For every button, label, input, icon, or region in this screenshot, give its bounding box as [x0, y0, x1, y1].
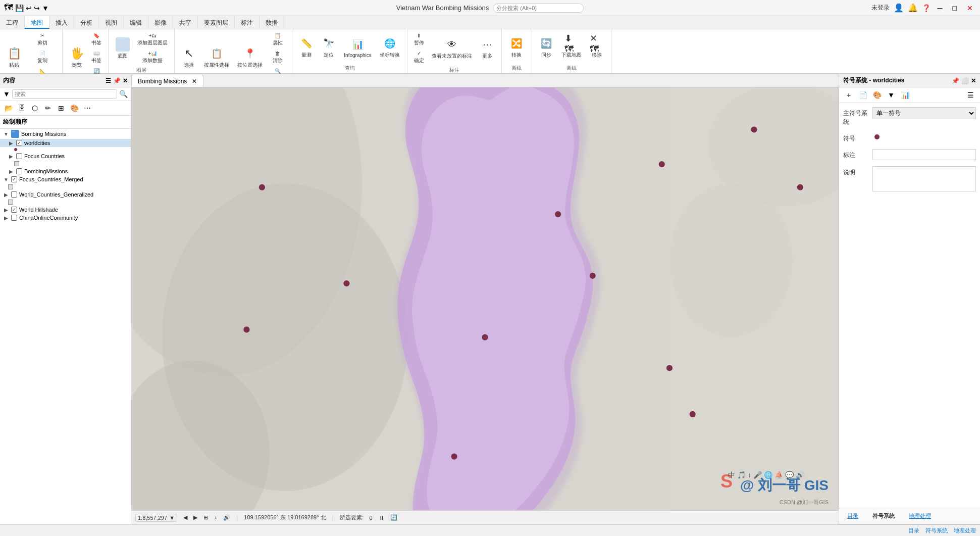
tab-analysis[interactable]: 分析 — [74, 16, 99, 29]
download-map-button[interactable]: ⬇🗺 下载地图 — [558, 31, 585, 64]
tab-feature-layer[interactable]: 要素图层 — [198, 16, 235, 29]
tab-imagery[interactable]: 影像 — [148, 16, 173, 29]
layer-checkbox-bombing-missions-layer[interactable] — [16, 168, 22, 174]
global-search-input[interactable] — [493, 4, 584, 13]
layer-item-china-online-community[interactable]: ▶ ChinaOnlineCommunity — [0, 214, 131, 222]
symbol-dot-preview[interactable] — [874, 134, 880, 139]
audio-icon[interactable]: 🔊 — [223, 514, 230, 521]
tab-data[interactable]: 数据 — [260, 16, 284, 29]
more-layers-icon[interactable]: ⋯ — [82, 103, 93, 114]
expand-icon[interactable]: ▶ — [3, 207, 9, 213]
tab-insert[interactable]: 插入 — [49, 16, 74, 29]
minimize-btn[interactable]: ─ — [935, 4, 946, 12]
tab-project[interactable]: 工程 — [0, 16, 25, 29]
layer-item-worldcities[interactable]: ▶ ✓ worldcities — [0, 139, 131, 147]
sym-copy-icon[interactable]: 📄 — [857, 89, 868, 101]
layer-item-bombing-missions-group[interactable]: ▼ Bombing Missions — [0, 129, 131, 139]
panel-float-icon[interactable]: ⬜ — [961, 77, 969, 84]
panel-pin-icon[interactable]: 📌 — [113, 77, 121, 84]
layer-item-world-countries-generalized[interactable]: ▶ World_Countries_Generalized — [0, 190, 131, 199]
layer-checkbox-focus-countries-merged[interactable]: ✓ — [11, 176, 17, 182]
search-icon[interactable]: 🔍 — [119, 90, 128, 98]
group-layers-icon[interactable]: ⊞ — [56, 103, 67, 114]
status-right-symbol[interactable]: 符号系统 — [925, 527, 948, 534]
locate-button[interactable]: 🔭 定位 — [319, 31, 339, 64]
status-right-catalog[interactable]: 目录 — [908, 527, 919, 534]
layer-item-focus-countries-merged[interactable]: ▼ ✓ Focus_Countries_Merged — [0, 175, 131, 183]
expand-icon[interactable]: ▼ — [3, 131, 9, 137]
select-by-loc-button[interactable]: 📍 按位置选择 — [234, 41, 266, 74]
remove-button[interactable]: ✕🗺 移除 — [587, 31, 607, 64]
layer-checkbox-world-countries-generalized[interactable] — [11, 191, 17, 198]
layer-item-world-hillshade[interactable]: ▶ ✓ World Hillshade — [0, 206, 131, 214]
expand-icon[interactable]: ▼ — [3, 176, 9, 182]
maximize-btn[interactable]: □ — [950, 4, 960, 12]
browse-button[interactable]: 🖐 浏览 — [67, 41, 87, 74]
view-unplaced-button[interactable]: 👁 查看未放置的标注 — [429, 32, 475, 65]
layer-checkbox-focus-countries[interactable] — [16, 153, 22, 159]
more-icon[interactable]: ▼ — [42, 4, 49, 12]
layer-checkbox-worldcities[interactable]: ✓ — [16, 140, 22, 146]
database-icon[interactable]: 🗄 — [16, 103, 27, 114]
layer-search-input[interactable] — [12, 89, 117, 99]
description-input[interactable] — [872, 166, 976, 191]
tab-share[interactable]: 共享 — [173, 16, 198, 29]
zoom-to-layer-icon[interactable]: + — [214, 515, 217, 521]
copy-button[interactable]: 📄 复制 — [26, 49, 58, 66]
pause-icon-status[interactable]: ⏸ — [379, 515, 384, 521]
style-layers-icon[interactable]: 🎨 — [69, 103, 80, 114]
tab-labeling[interactable]: 标注 — [235, 16, 260, 29]
clear-button[interactable]: 🗑 清除 — [268, 49, 288, 66]
right-tab-catalog[interactable]: 目录 — [843, 510, 862, 522]
edit-layers-icon[interactable]: ✏ — [42, 103, 54, 114]
scale-selector[interactable]: 1:8,557,297 ▼ — [135, 514, 177, 522]
layer-item-bombing-missions-layer[interactable]: ▶ BombingMissions — [0, 167, 131, 175]
sym-table-icon[interactable]: 📊 — [900, 89, 911, 101]
nav-left-icon[interactable]: ◀ — [183, 514, 187, 521]
paste-button[interactable]: 📋 粘贴 — [4, 41, 24, 74]
expand-icon[interactable]: ▶ — [8, 140, 14, 146]
expand-icon[interactable]: ▶ — [8, 168, 14, 174]
user-icon[interactable]: 👤 — [894, 3, 904, 13]
bookmark-button[interactable]: 🔖 书签 — [89, 31, 104, 48]
zoom-full-icon[interactable]: ⊞ — [203, 514, 208, 521]
sym-menu-icon[interactable]: ☰ — [965, 89, 976, 101]
filter-layers-icon[interactable]: ⬡ — [29, 103, 40, 114]
sym-filter-icon[interactable]: ▼ — [886, 89, 897, 101]
map-tab-bombing-missions[interactable]: Bombing Missions ✕ — [131, 75, 203, 87]
select-button[interactable]: ↖ 选择 — [179, 41, 199, 74]
sym-color-icon[interactable]: 🎨 — [871, 89, 883, 101]
symbol-type-select[interactable]: 单一符号 — [872, 107, 976, 119]
sym-add-icon[interactable]: + — [843, 89, 854, 101]
attributes-button[interactable]: 📋 属性 — [268, 31, 288, 48]
right-tab-symbol-system[interactable]: 符号系统 — [868, 510, 899, 522]
notification-icon[interactable]: 🔔 — [908, 3, 918, 13]
undo-icon[interactable]: ↩ — [26, 4, 32, 12]
panel-close-icon[interactable]: ✕ — [123, 77, 128, 84]
pause-button[interactable]: ⏸ 暂停 — [411, 31, 427, 48]
basemap-button[interactable]: 底图 — [113, 32, 133, 65]
select-by-attr-button[interactable]: 📋 按属性选择 — [201, 41, 232, 74]
status-right-geoprocessing[interactable]: 地理处理 — [954, 527, 976, 534]
map-canvas[interactable]: S 中 🎵 ↓ 🎤 🌐 ⛵ 💬 🔊 @ 刘一哥 GIS CSDN @刘一哥GIS — [131, 87, 839, 510]
panel-list-icon[interactable]: ☰ — [106, 77, 111, 84]
layer-checkbox-world-hillshade[interactable]: ✓ — [11, 207, 17, 213]
tab-map[interactable]: 地图 — [25, 16, 49, 29]
map-area[interactable]: Bombing Missions ✕ — [131, 74, 839, 524]
right-tab-geoprocessing[interactable]: 地理处理 — [905, 510, 935, 522]
more-button[interactable]: ⋯ 更多 — [477, 32, 497, 65]
goto-button[interactable]: 📖 书签 — [89, 49, 104, 66]
sync-button[interactable]: 🔄 同步 — [536, 31, 556, 64]
coord-convert-button[interactable]: 🌐 坐标转换 — [377, 31, 403, 64]
nav-right-icon[interactable]: ▶ — [193, 514, 197, 521]
tab-edit[interactable]: 编辑 — [124, 16, 148, 29]
expand-icon[interactable]: ▶ — [3, 191, 9, 198]
map-tab-close-icon[interactable]: ✕ — [192, 78, 197, 85]
infographics-button[interactable]: 📊 Infographics — [341, 31, 374, 64]
panel-auto-hide-icon[interactable]: 📌 — [952, 77, 959, 84]
save-icon[interactable]: 💾 — [15, 4, 24, 12]
refresh-icon-status[interactable]: 🔄 — [390, 514, 397, 521]
tab-view[interactable]: 视图 — [99, 16, 124, 29]
expand-icon[interactable]: ▶ — [8, 153, 14, 159]
close-btn[interactable]: ✕ — [964, 4, 976, 12]
